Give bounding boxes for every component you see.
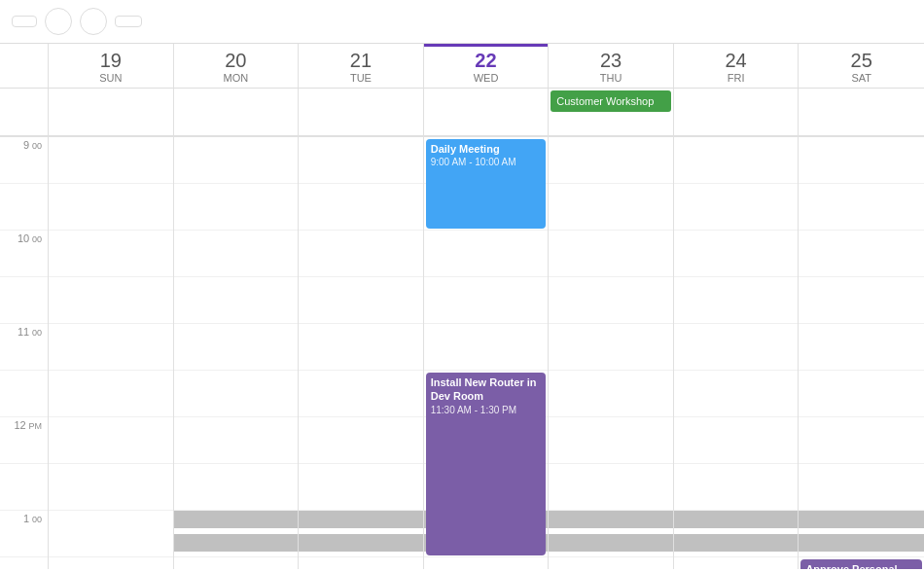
day-header-fri[interactable]: 24Fri (674, 44, 800, 88)
gutter-header (0, 44, 49, 88)
hour-cell (549, 231, 673, 277)
hour-cell (674, 371, 799, 417)
hour-cell (799, 324, 924, 371)
hour-cell (299, 231, 423, 277)
hour-cell (174, 417, 299, 464)
allday-label (0, 89, 49, 135)
busy-band-2 (799, 534, 924, 552)
day-header-mon[interactable]: 20Mon (174, 44, 300, 88)
hour-cell (799, 231, 924, 277)
hour-cell (424, 277, 549, 324)
hour-cell (549, 417, 673, 464)
allday-cell-thu: Customer Workshop (549, 89, 674, 135)
time-slot-label: 10 00 (0, 231, 48, 277)
hour-cell (549, 277, 673, 324)
day-header-sun[interactable]: 19Sun (49, 44, 174, 88)
hour-cell (299, 324, 423, 371)
hour-cell (49, 371, 173, 417)
allday-row: Customer Workshop (0, 89, 924, 137)
day-col-mon (174, 137, 300, 569)
hour-cell (549, 557, 673, 569)
hour-cell (49, 277, 173, 324)
hour-cell (49, 511, 173, 557)
calendar-body: 19Sun20Mon21Tue22Wed23Thu24Fri25Sat Cust… (0, 44, 924, 569)
day-col-sun (49, 137, 174, 569)
hour-cell (174, 231, 299, 277)
hour-cell (674, 277, 799, 324)
today-button[interactable] (12, 16, 37, 27)
hour-cell (674, 184, 799, 231)
busy-band-2 (174, 534, 299, 552)
prev-button[interactable] (45, 8, 72, 35)
hour-cell (49, 137, 173, 184)
calendar-event[interactable]: Install New Router in Dev Room11:30 AM -… (426, 373, 547, 555)
busy-band-2 (549, 534, 673, 552)
hour-cell (299, 464, 423, 511)
busy-band-2 (674, 534, 799, 552)
time-slot-label: 9 00 (0, 137, 48, 184)
busy-band (174, 511, 299, 528)
hour-cell (424, 231, 549, 277)
time-slot-label: 1 00 (0, 511, 48, 557)
next-button[interactable] (80, 8, 107, 35)
day-col-sat: Approve Personal Computer Upgrade Plan1:… (799, 137, 924, 569)
hour-cell (799, 417, 924, 464)
busy-band (299, 511, 423, 528)
time-slot-label (0, 184, 48, 231)
busy-band-2 (299, 534, 423, 552)
time-slot-label (0, 371, 48, 417)
time-slot-label (0, 557, 48, 569)
hour-cell (549, 184, 673, 231)
allday-event[interactable]: Customer Workshop (551, 90, 671, 112)
hour-cell (299, 557, 423, 569)
hour-cell (674, 464, 799, 511)
hour-cell (174, 137, 299, 184)
hour-cell (49, 417, 173, 464)
day-header-thu[interactable]: 23Thu (549, 44, 674, 88)
allday-cell-tue (299, 89, 424, 135)
day-col-tue (299, 137, 424, 569)
hour-cell (49, 184, 173, 231)
allday-cell-sat (799, 89, 924, 135)
hour-cell (174, 277, 299, 324)
calendar-event[interactable]: Approve Personal Computer Upgrade Plan1:… (800, 559, 922, 569)
hour-cell (424, 557, 549, 569)
hour-cell (174, 371, 299, 417)
hour-cell (49, 231, 173, 277)
hour-cell (174, 464, 299, 511)
calendar-header (0, 0, 924, 44)
hour-cell (299, 417, 423, 464)
hour-cell (299, 184, 423, 231)
day-header-tue[interactable]: 21Tue (299, 44, 424, 88)
hour-cell (549, 464, 673, 511)
hour-cell (299, 277, 423, 324)
hour-cell (674, 231, 799, 277)
day-col-thu: New Brochures3:00 PM - 4:45 PM (549, 137, 674, 569)
allday-cell-fri (674, 89, 800, 135)
day-header-sat[interactable]: 25Sat (799, 44, 924, 88)
hour-cell (174, 324, 299, 371)
allday-cell-wed (424, 89, 550, 135)
day-header-wed[interactable]: 22Wed (424, 44, 550, 88)
hour-cell (299, 371, 423, 417)
hour-cell (174, 184, 299, 231)
hour-cell (674, 324, 799, 371)
calendar-event[interactable]: Daily Meeting9:00 AM - 10:00 AM (426, 139, 547, 229)
hour-cell (49, 464, 173, 511)
hour-cell (549, 137, 673, 184)
hour-cell (424, 324, 549, 371)
hour-cell (674, 137, 799, 184)
time-slot-label (0, 277, 48, 324)
hour-cell (674, 557, 799, 569)
hour-cell (49, 557, 173, 569)
allday-cell-sun (49, 89, 174, 135)
hour-cell (49, 324, 173, 371)
time-slot-label: 11 00 (0, 324, 48, 371)
date-range-selector[interactable] (115, 16, 142, 27)
time-column: 9 0010 0011 0012 PM1 002 003 004 005 00 (0, 137, 49, 569)
hour-cell (799, 464, 924, 511)
busy-band (799, 511, 924, 528)
day-headers: 19Sun20Mon21Tue22Wed23Thu24Fri25Sat (0, 44, 924, 89)
time-slot-label: 12 PM (0, 417, 48, 464)
hour-cell (799, 371, 924, 417)
